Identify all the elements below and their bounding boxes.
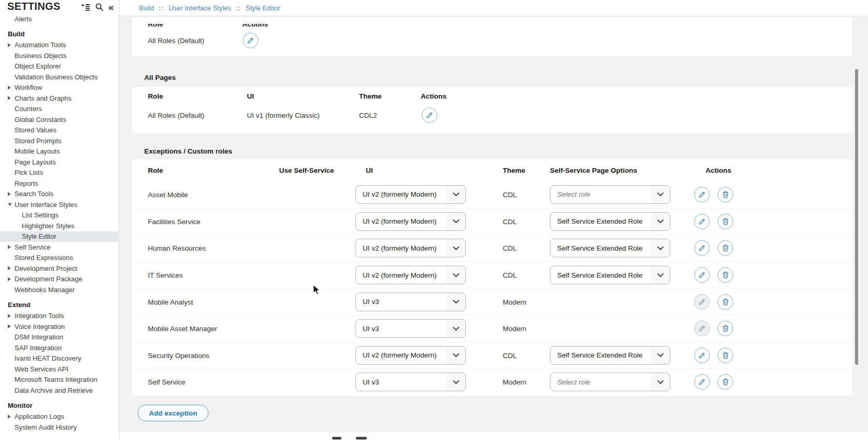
sidebar-item-development-package[interactable]: Development Package bbox=[0, 274, 118, 285]
page-options-select[interactable]: Self Service Extended Role bbox=[550, 346, 670, 365]
row-theme-label: CDL bbox=[503, 351, 517, 359]
ui-select-value: UI v2 (formerly Modern) bbox=[363, 217, 437, 225]
sidebar-item-validation-business-objects[interactable]: Validation Business Objects bbox=[0, 72, 118, 82]
delete-button[interactable] bbox=[718, 321, 733, 336]
edit-button[interactable] bbox=[694, 348, 710, 363]
sidebar-item-stored-expressions[interactable]: Stored Expressions bbox=[0, 253, 118, 264]
sidebar-item-label: Global Constants bbox=[15, 116, 66, 123]
delete-button[interactable] bbox=[718, 187, 733, 202]
ui-select[interactable]: UI v3 bbox=[355, 373, 466, 391]
sidebar-item-development-project[interactable]: Development Project bbox=[0, 263, 118, 274]
delete-button[interactable] bbox=[718, 240, 733, 256]
ui-select-value: UI v2 (formerly Modern) bbox=[363, 190, 437, 198]
edit-button[interactable] bbox=[422, 107, 437, 123]
delete-button[interactable] bbox=[718, 214, 733, 229]
expand-arrow-icon[interactable] bbox=[8, 43, 11, 47]
expand-arrow-icon[interactable] bbox=[8, 192, 11, 196]
sidebar-item-label: Monitor bbox=[8, 402, 33, 409]
sidebar-item-global-constants[interactable]: Global Constants bbox=[0, 114, 118, 125]
ui-select[interactable]: UI v2 (formerly Modern) bbox=[355, 239, 466, 257]
expand-arrow-icon[interactable] bbox=[8, 314, 11, 318]
tree-collapse-icon[interactable] bbox=[81, 4, 90, 11]
breadcrumb-style-editor[interactable]: Style Editor bbox=[246, 4, 280, 12]
ui-select[interactable]: UI v2 (formerly Modern) bbox=[355, 266, 466, 284]
sidebar-item-application-logs[interactable]: Application Logs bbox=[0, 411, 118, 422]
sidebar-item-business-objects[interactable]: Business Objects bbox=[0, 50, 118, 61]
sidebar-item-charts-and-graphs[interactable]: Charts and Graphs bbox=[0, 93, 118, 104]
expand-arrow-icon[interactable] bbox=[8, 86, 11, 90]
row-role-label: Mobile Asset Manager bbox=[148, 325, 217, 333]
delete-button[interactable] bbox=[718, 348, 733, 363]
sidebar-item-data-archive-and-retrieve[interactable]: Data Archive and Retrieve bbox=[0, 385, 118, 396]
delete-button[interactable] bbox=[718, 374, 733, 390]
sidebar-item-pick-lists[interactable]: Pick Lists bbox=[0, 168, 118, 178]
sidebar-item-integration-tools[interactable]: Integration Tools bbox=[0, 311, 118, 322]
column-header-use-self-service: Use Self-Service bbox=[279, 167, 334, 174]
sidebar-item-reports[interactable]: Reports bbox=[0, 178, 118, 189]
edit-button[interactable] bbox=[694, 240, 710, 256]
delete-button[interactable] bbox=[718, 267, 733, 283]
sidebar-item-stored-values[interactable]: Stored Values bbox=[0, 125, 118, 136]
edit-button[interactable] bbox=[694, 214, 710, 229]
sidebar-item-webhooks-manager[interactable]: Webhooks Manager bbox=[0, 284, 118, 295]
expand-arrow-icon[interactable] bbox=[8, 266, 11, 270]
expand-arrow-icon[interactable] bbox=[8, 245, 11, 249]
page-options-select[interactable]: Self Service Extended Role bbox=[550, 266, 670, 284]
ui-select-value: UI v2 (formerly Modern) bbox=[363, 271, 437, 279]
edit-button[interactable] bbox=[694, 187, 710, 202]
row-theme-label: CDL bbox=[503, 271, 517, 279]
ui-select[interactable]: UI v2 (formerly Modern) bbox=[355, 346, 466, 365]
expand-arrow-icon[interactable] bbox=[8, 324, 11, 328]
sidebar-item-label: Charts and Graphs bbox=[15, 94, 72, 102]
ui-select[interactable]: UI v2 (formerly Modern) bbox=[355, 212, 466, 231]
vertical-scrollbar[interactable] bbox=[855, 69, 858, 365]
sidebar-item-label: DSM Integration bbox=[15, 333, 63, 341]
page-options-select[interactable]: Select role bbox=[550, 185, 670, 204]
collapse-arrow-icon[interactable] bbox=[8, 203, 12, 207]
sidebar-item-microsoft-teams-integration[interactable]: Microsoft Teams Integration bbox=[0, 375, 118, 386]
ui-select[interactable]: UI v3 bbox=[355, 293, 466, 311]
sidebar-item-system-audit-history[interactable]: System Audit History bbox=[0, 422, 118, 433]
all-pages-table: Role UI Theme Actions All Roles (Default… bbox=[132, 87, 852, 133]
search-icon[interactable] bbox=[95, 3, 104, 11]
sidebar-item-mobile-layouts[interactable]: Mobile Layouts bbox=[0, 146, 118, 157]
sidebar-item-sap-integration[interactable]: SAP Integration bbox=[0, 342, 118, 353]
breadcrumb-build[interactable]: Build bbox=[139, 4, 154, 12]
edit-button[interactable] bbox=[694, 374, 710, 390]
expand-arrow-icon[interactable] bbox=[8, 415, 11, 419]
sidebar-item-search-tools[interactable]: Search Tools bbox=[0, 189, 118, 200]
delete-button[interactable] bbox=[718, 294, 733, 310]
sidebar-item-counters[interactable]: Counters bbox=[0, 104, 118, 115]
sidebar-item-web-services-api[interactable]: Web Services API bbox=[0, 364, 118, 375]
edit-button[interactable] bbox=[243, 33, 258, 48]
edit-button[interactable] bbox=[694, 267, 710, 283]
collapse-panel-icon[interactable]: « bbox=[108, 4, 114, 11]
expand-arrow-icon[interactable] bbox=[8, 277, 11, 281]
sidebar-item-self-service[interactable]: Self Service bbox=[0, 242, 118, 253]
sidebar-item-label: List Settings bbox=[22, 211, 59, 219]
expand-arrow-icon[interactable] bbox=[8, 96, 11, 100]
chevron-down-icon bbox=[446, 186, 465, 203]
ui-select[interactable]: UI v2 (formerly Modern) bbox=[355, 185, 466, 204]
sidebar-item-highlighter-styles[interactable]: Highlighter Styles bbox=[0, 221, 118, 231]
sidebar-item-voice-integration[interactable]: Voice Integration bbox=[0, 321, 118, 332]
sidebar-item-automation-tools[interactable]: Automation Tools bbox=[0, 40, 118, 51]
ui-select[interactable]: UI v3 bbox=[355, 319, 466, 338]
sidebar-item-list-settings[interactable]: List Settings bbox=[0, 210, 118, 221]
sidebar-item-page-layouts[interactable]: Page Layouts bbox=[0, 157, 118, 168]
sidebar-item-workflow[interactable]: Workflow bbox=[0, 82, 118, 93]
add-exception-button[interactable]: Add exception bbox=[137, 405, 209, 421]
page-options-select[interactable]: Select role bbox=[550, 373, 670, 391]
page-options-select[interactable]: Self Service Extended Role bbox=[550, 239, 670, 257]
breadcrumb: Build :: User Interface Styles :: Style … bbox=[139, 4, 280, 12]
sidebar-item-ivanti-heat-discovery[interactable]: Ivanti HEAT Discovery bbox=[0, 353, 118, 364]
page-options-select[interactable]: Self Service Extended Role bbox=[550, 212, 670, 231]
sidebar-item-style-editor[interactable]: Style Editor bbox=[0, 231, 118, 242]
sidebar-item-dsm-integration[interactable]: DSM Integration bbox=[0, 332, 118, 343]
exception-row-security-operations: Security OperationsUI v2 (formerly Moder… bbox=[132, 342, 852, 369]
breadcrumb-user-interface-styles[interactable]: User Interface Styles bbox=[169, 4, 231, 12]
sidebar-item-stored-prompts[interactable]: Stored Prompts bbox=[0, 135, 118, 146]
sidebar-item-user-interface-styles[interactable]: User Interface Styles bbox=[0, 199, 118, 210]
sidebar-item-object-explorer[interactable]: Object Explorer bbox=[0, 61, 118, 72]
sidebar-item-alerts[interactable]: Alerts bbox=[0, 13, 118, 24]
